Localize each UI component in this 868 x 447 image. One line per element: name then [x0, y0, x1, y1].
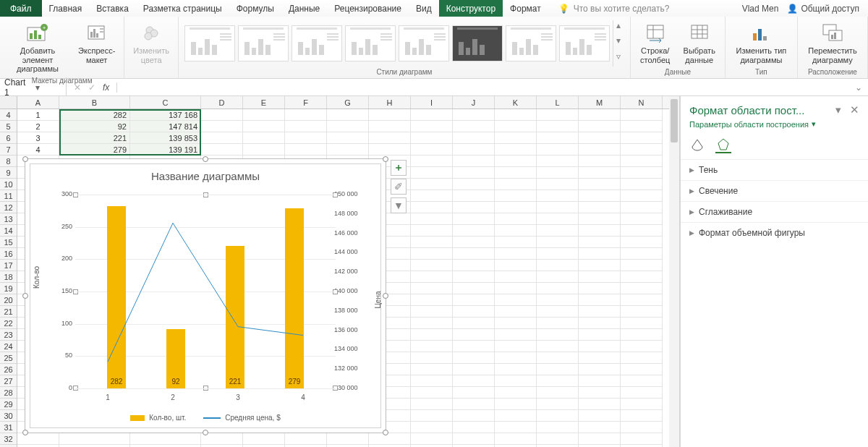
col-header: C	[130, 96, 201, 108]
y-axis-right-label: Цена	[374, 291, 382, 308]
tab-data[interactable]: Данные	[281, 0, 327, 17]
gallery-up-icon[interactable]: ▴	[613, 20, 624, 35]
svg-rect-8	[93, 29, 95, 38]
col-header: J	[453, 96, 495, 108]
fx-icon[interactable]: fx	[103, 82, 109, 93]
chart-style-thumb[interactable]	[345, 25, 396, 61]
ribbon-group-label: Данные	[665, 67, 691, 78]
chart-style-thumb[interactable]	[292, 25, 342, 61]
col-header: L	[537, 96, 579, 108]
resize-handle[interactable]	[22, 430, 28, 435]
chevron-down-icon[interactable]: ▾	[35, 82, 62, 93]
worksheet[interactable]: A B C D E F G H I J K L M N 456789101112…	[0, 96, 680, 447]
col-header: E	[243, 96, 285, 108]
chart-style-thumb[interactable]	[184, 25, 235, 61]
chart-title[interactable]: Название диаграммы	[30, 164, 380, 185]
pane-item-softedges[interactable]: ▶Сглаживание	[681, 201, 868, 222]
pane-subtitle[interactable]: Параметры области построения▾	[681, 119, 868, 135]
chevron-right-icon: ▶	[689, 187, 694, 195]
ribbon-group-label: Стили диаграмм	[376, 67, 432, 78]
col-header: F	[285, 96, 327, 108]
resize-handle[interactable]	[22, 293, 28, 299]
y-axis-left-label: Кол-во	[33, 266, 41, 289]
select-data-button[interactable]: Выбрать данные	[680, 20, 719, 67]
x-axis: 1234	[75, 393, 336, 401]
add-chart-element-button[interactable]: + Добавить элемент диаграммы	[6, 20, 69, 75]
change-colors-button: Изменить цвета	[130, 20, 172, 74]
tell-me[interactable]: 💡Что вы хотите сделать?	[548, 0, 670, 17]
pane-item-glow[interactable]: ▶Свечение	[681, 180, 868, 201]
tab-pagelayout[interactable]: Разметка страницы	[136, 0, 229, 17]
pane-item-shadow[interactable]: ▶Тень	[681, 159, 868, 180]
select-all-corner[interactable]	[0, 96, 17, 109]
chart-styles-gallery[interactable]: ▴ ▾ ▿	[184, 20, 624, 67]
chevron-right-icon: ▶	[689, 229, 694, 237]
change-chart-type-button[interactable]: Изменить тип диаграммы	[731, 20, 791, 67]
chart-style-thumb[interactable]	[238, 25, 289, 61]
plus-icon: ＋	[393, 161, 404, 174]
tab-review[interactable]: Рецензирование	[327, 0, 409, 17]
tab-design[interactable]: Конструктор	[439, 0, 503, 17]
share-button[interactable]: 👤Общий доступ	[787, 4, 859, 14]
tab-insert[interactable]: Вставка	[89, 0, 136, 17]
chart-style-thumb[interactable]	[506, 25, 556, 61]
switch-row-column-button[interactable]: Строка/столбец	[637, 20, 674, 67]
move-chart-button[interactable]: Переместить диаграмму	[804, 20, 861, 67]
svg-rect-24	[758, 29, 762, 41]
column-headers[interactable]: A B C D E F G H I J K L M N	[17, 96, 679, 109]
svg-rect-9	[96, 33, 98, 38]
tab-file[interactable]: Файл	[0, 0, 42, 17]
tab-home[interactable]: Главная	[42, 0, 90, 17]
pane-dropdown-icon[interactable]: ▾	[835, 103, 841, 116]
expand-formula-icon[interactable]: ⌄	[849, 82, 868, 93]
col-header: B	[59, 96, 130, 108]
svg-rect-29	[834, 33, 836, 39]
pane-item-3dformat[interactable]: ▶Формат объемной фигуры	[681, 222, 868, 243]
plot-area[interactable]: 28292221279	[75, 195, 336, 388]
tab-view[interactable]: Вид	[409, 0, 439, 17]
effects-icon[interactable]	[715, 137, 731, 153]
resize-handle[interactable]	[383, 293, 388, 299]
resize-handle[interactable]	[383, 430, 388, 435]
vertical-scrollbar[interactable]	[669, 96, 679, 447]
y-axis-left: 050100150200250300	[51, 195, 72, 388]
name-box[interactable]: Chart 1▾	[0, 77, 67, 98]
svg-rect-2	[34, 30, 37, 39]
svg-rect-10	[100, 28, 103, 30]
svg-rect-3	[38, 35, 41, 39]
tab-formulas[interactable]: Формулы	[229, 0, 281, 17]
share-icon: 👤	[787, 4, 798, 14]
chart-style-thumb[interactable]	[559, 25, 610, 61]
close-icon[interactable]: ✕	[850, 103, 859, 116]
cancel-icon[interactable]: ✕	[74, 82, 81, 93]
chart-legend[interactable]: Кол-во, шт. Средняя цена, $	[30, 414, 380, 422]
chart-brush-button[interactable]: ✐	[391, 179, 407, 195]
resize-handle[interactable]	[22, 156, 28, 162]
legend-swatch-bar	[130, 415, 145, 421]
col-header: H	[369, 96, 411, 108]
brush-icon: ✐	[394, 181, 403, 192]
chart-filter-button[interactable]: ▼	[391, 197, 407, 213]
pane-sections: ▶Тень ▶Свечение ▶Сглаживание ▶Формат объ…	[681, 159, 868, 243]
chart-side-buttons: ＋ ✐ ▼	[391, 160, 407, 213]
chart-style-thumb[interactable]	[452, 25, 503, 61]
user-name: Vlad Men	[742, 4, 779, 14]
quick-layout-button[interactable]: Экспресс-макет	[75, 20, 118, 75]
row-headers[interactable]: 4567891011121314151617181920212223242526…	[0, 109, 17, 447]
col-header: N	[621, 96, 663, 108]
lightbulb-icon: 💡	[558, 4, 569, 14]
tab-format[interactable]: Формат	[503, 0, 548, 17]
fill-line-icon[interactable]	[689, 137, 705, 153]
svg-rect-18	[692, 25, 707, 38]
scrollbar-thumb[interactable]	[671, 99, 678, 142]
format-pane: Формат области пост... ▾ ✕ Параметры обл…	[680, 96, 868, 447]
chart-plus-button[interactable]: ＋	[391, 160, 407, 176]
gallery-more-icon[interactable]: ▿	[613, 51, 624, 67]
gallery-down-icon[interactable]: ▾	[613, 35, 624, 51]
enter-icon[interactable]: ✓	[88, 82, 95, 93]
chart-object[interactable]: Название диаграммы Кол-во Цена 050100150…	[25, 158, 386, 433]
chart-style-thumb[interactable]	[399, 25, 449, 61]
svg-rect-28	[831, 35, 833, 39]
resize-handle[interactable]	[203, 156, 208, 162]
resize-handle[interactable]	[383, 156, 388, 162]
